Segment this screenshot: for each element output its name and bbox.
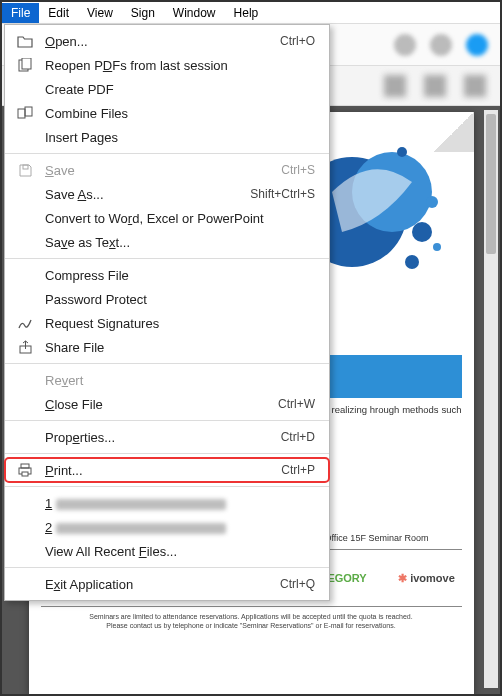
toolbar-icon[interactable]: [384, 75, 406, 97]
menu-label: Revert: [45, 373, 315, 388]
menu-shortcut: Ctrl+W: [278, 397, 315, 411]
menu-label: Compress File: [45, 268, 315, 283]
svg-rect-10: [25, 107, 32, 116]
svg-point-5: [433, 243, 441, 251]
menubar-window[interactable]: Window: [164, 3, 225, 23]
menu-recent-2[interactable]: 2: [5, 515, 329, 539]
svg-rect-8: [22, 58, 31, 69]
svg-rect-13: [21, 464, 29, 468]
menu-shortcut: Ctrl+D: [281, 430, 315, 444]
menu-save-text[interactable]: Save as Text...: [5, 230, 329, 254]
save-icon: [15, 162, 35, 178]
menu-label: Save As...: [45, 187, 240, 202]
menu-label: Create PDF: [45, 82, 315, 97]
menu-separator: [5, 363, 329, 364]
menu-separator: [5, 567, 329, 568]
menu-shortcut: Ctrl+S: [281, 163, 315, 177]
file-menu: Open... Ctrl+O Reopen PDFs from last ses…: [4, 24, 330, 601]
menu-print[interactable]: Print... Ctrl+P: [5, 458, 329, 482]
menu-label: Open...: [45, 34, 270, 49]
reopen-icon: [15, 57, 35, 73]
menu-view-recent[interactable]: View All Recent Files...: [5, 539, 329, 563]
menu-properties[interactable]: Properties... Ctrl+D: [5, 425, 329, 449]
menu-separator: [5, 153, 329, 154]
menu-label: Print...: [45, 463, 271, 478]
svg-point-2: [412, 222, 432, 242]
menu-revert: Revert: [5, 368, 329, 392]
menu-shortcut: Ctrl+O: [280, 34, 315, 48]
svg-rect-15: [22, 472, 28, 476]
menu-insert-pages[interactable]: Insert Pages: [5, 125, 329, 149]
menu-reopen[interactable]: Reopen PDFs from last session: [5, 53, 329, 77]
footer-text: Seminars are limited to attendance reser…: [41, 613, 462, 630]
menu-label: Save: [45, 163, 271, 178]
menu-label: Combine Files: [45, 106, 315, 121]
menu-separator: [5, 486, 329, 487]
scrollbar-thumb[interactable]: [486, 114, 496, 254]
menubar: File Edit View Sign Window Help: [2, 2, 500, 24]
vertical-scrollbar[interactable]: [484, 110, 498, 688]
svg-point-3: [426, 196, 438, 208]
menu-combine[interactable]: Combine Files: [5, 101, 329, 125]
toolbar-icon[interactable]: [430, 34, 452, 56]
menu-shortcut: Shift+Ctrl+S: [250, 187, 315, 201]
svg-rect-11: [23, 165, 28, 169]
menu-password[interactable]: Password Protect: [5, 287, 329, 311]
menubar-help[interactable]: Help: [225, 3, 268, 23]
menu-label: Exit Application: [45, 577, 270, 592]
combine-icon: [15, 105, 35, 121]
menu-signatures[interactable]: Request Signatures: [5, 311, 329, 335]
menu-save-as[interactable]: Save As... Shift+Ctrl+S: [5, 182, 329, 206]
menu-shortcut: Ctrl+Q: [280, 577, 315, 591]
menu-save: Save Ctrl+S: [5, 158, 329, 182]
menu-label: Request Signatures: [45, 316, 315, 331]
menu-label: Properties...: [45, 430, 271, 445]
menu-close[interactable]: Close File Ctrl+W: [5, 392, 329, 416]
menu-label: Insert Pages: [45, 130, 315, 145]
menu-label: Convert to Word, Excel or PowerPoint: [45, 211, 315, 226]
menu-exit[interactable]: Exit Application Ctrl+Q: [5, 572, 329, 596]
toolbar-icon[interactable]: [394, 34, 416, 56]
menu-create-pdf[interactable]: Create PDF: [5, 77, 329, 101]
menu-convert[interactable]: Convert to Word, Excel or PowerPoint: [5, 206, 329, 230]
svg-point-6: [397, 147, 407, 157]
svg-point-4: [405, 255, 419, 269]
menu-label: Share File: [45, 340, 315, 355]
menu-separator: [5, 420, 329, 421]
menu-separator: [5, 258, 329, 259]
toolbar-icon[interactable]: [464, 75, 486, 97]
menubar-sign[interactable]: Sign: [122, 3, 164, 23]
logo-ivomove: ✱ivomove: [398, 572, 455, 585]
folder-open-icon: [15, 33, 35, 49]
share-icon: [15, 339, 35, 355]
menu-label: 2: [45, 520, 315, 535]
menubar-file[interactable]: File: [2, 3, 39, 23]
account-icon[interactable]: [466, 34, 488, 56]
menubar-view[interactable]: View: [78, 3, 122, 23]
menu-label: Password Protect: [45, 292, 315, 307]
menubar-edit[interactable]: Edit: [39, 3, 78, 23]
signature-icon: [15, 315, 35, 331]
menu-label: Reopen PDFs from last session: [45, 58, 315, 73]
menu-label: Close File: [45, 397, 268, 412]
menu-separator: [5, 453, 329, 454]
divider: [41, 606, 462, 607]
menu-label: 1: [45, 496, 315, 511]
menu-share[interactable]: Share File: [5, 335, 329, 359]
toolbar-icon[interactable]: [424, 75, 446, 97]
menu-open[interactable]: Open... Ctrl+O: [5, 29, 329, 53]
menu-label: Save as Text...: [45, 235, 315, 250]
menu-recent-1[interactable]: 1: [5, 491, 329, 515]
svg-rect-9: [18, 109, 25, 118]
menu-shortcut: Ctrl+P: [281, 463, 315, 477]
menu-label: View All Recent Files...: [45, 544, 315, 559]
menu-compress[interactable]: Compress File: [5, 263, 329, 287]
print-icon: [15, 462, 35, 478]
